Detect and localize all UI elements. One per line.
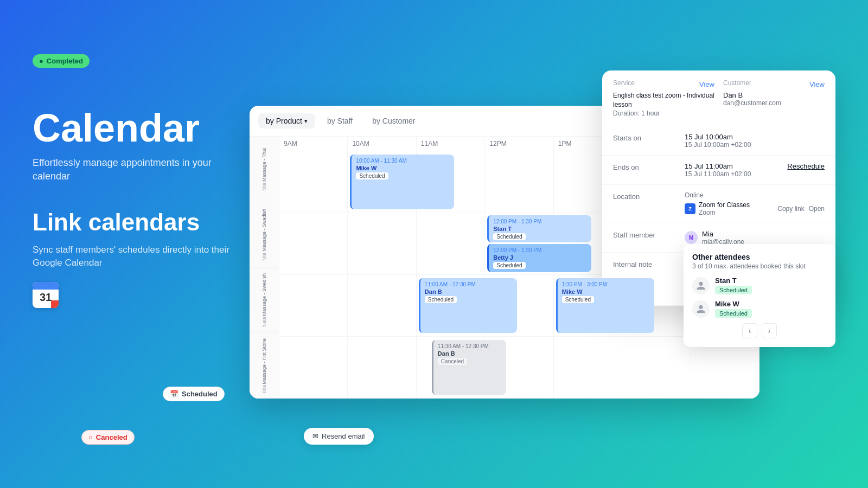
cell-r2-c3: 12:00 PM - 1:30 PM Stan T Scheduled 12:0… [485,213,553,274]
attendee-stan-avatar [692,277,710,294]
appt-mikew-status: Scheduled [562,296,594,303]
attendees-prev-button[interactable]: ‹ [742,323,757,338]
time-9am: 9AM [279,137,348,151]
customer-view-link[interactable]: View [809,80,825,88]
tab-by-staff[interactable]: by Staff [320,113,360,129]
appt-dan-hs-status: Canceled [438,358,467,365]
appt-dan-status: Scheduled [425,296,457,303]
resend-email-badge[interactable]: ✉ Resend email [304,428,374,445]
service-view-link[interactable]: View [699,80,714,88]
sidebar-row-4-sublabel: Mia [261,385,267,393]
cell-r3-c1 [348,275,416,336]
tab-by-customer[interactable]: by Customer [365,113,423,129]
location-label: Location [613,191,678,201]
calendar-sidebar: Massage - Thai Mia Massage - Swedish Mia… [250,137,279,399]
attendee-mike-name: Mike W [715,300,752,308]
attendee-stan-name: Stan T [715,277,752,285]
cell-r3-c2: 11:00 AM - 12:30 PM Dan B Scheduled [417,275,485,336]
starts-on-label: Starts on [613,133,678,142]
attendees-popup: Other attendees 3 of 10 max. attendees b… [684,244,835,347]
appt-betty-status: Scheduled [493,262,525,269]
copy-link-button[interactable]: Copy link [777,205,804,213]
cell-r2-c2 [417,213,485,274]
customer-label: Customer [723,79,751,87]
cancelled-badge: ○ Canceled [81,430,135,445]
appt-betty-swedish[interactable]: 12:00 PM - 1:30 PM Betty J Scheduled [487,244,591,273]
ends-on-row: Ends on 15 Jul 11:00am 15 Jul 11:00am +0… [602,156,835,185]
appt-dan-nata[interactable]: 11:00 AM - 12:30 PM Dan B Scheduled [419,278,517,333]
attendee-mike-info: Mike W Scheduled [715,300,752,318]
calendar-icon: 📅 [170,390,178,398]
appt-dan-name: Dan B [425,288,513,295]
appt-stan-swedish[interactable]: 12:00 PM - 1:30 PM Stan T Scheduled [487,215,591,242]
appt-mike-thai[interactable]: 10:00 AM - 11:30 AM Mike W Scheduled [350,155,454,209]
cell-r3-c0 [279,275,348,336]
reschedule-button[interactable]: Reschedule [787,162,825,170]
resend-email-label: Resend email [322,432,365,440]
attendees-next-button[interactable]: › [762,323,777,338]
appt-mikew-nata[interactable]: 1:30 PM - 3:00 PM Mike W Scheduled [556,278,654,333]
service-name: English class test zoom - Individual les… [613,91,714,110]
sidebar-row-1: Massage - Thai Mia [250,137,279,202]
tab-by-product[interactable]: by Product ▾ [258,113,315,129]
zoom-icon: Z [685,203,695,214]
zoom-sub: Zoom [699,209,750,216]
customer-col: Customer View Dan B dan@customer.com [723,79,825,117]
cell-r1-c1: 10:00 AM - 11:30 AM Mike W Scheduled [348,151,416,213]
appt-dan-hotstone[interactable]: 11:30 AM - 12:30 PM Dan B Canceled [432,340,506,395]
sidebar-row-1-sublabel: Mia [261,183,267,191]
zoom-action-btns: Copy link Open [777,205,825,213]
appt-betty-name: Betty J [493,254,586,261]
attendee-mike-avatar [692,300,710,318]
appt-stan-name: Stan T [493,226,586,232]
sidebar-row-1-label: Massage - Thai [261,148,267,182]
email-icon: ✉ [312,432,318,440]
time-11am: 11AM [417,137,485,151]
tab-by-product-label: by Product [266,117,302,125]
service-duration: Duration: 1 hour [613,110,714,117]
appt-dan-hs-time: 11:30 AM - 12:30 PM [438,343,502,349]
secondary-heading: Link calendars [33,209,239,235]
appt-mike-thai-time: 10:00 AM - 11:30 AM [356,158,449,164]
staff-info: Mia mia@cally.one [702,230,744,246]
scheduled-badge: 📅 Scheduled [163,387,225,401]
attendee-stan[interactable]: Stan T Scheduled [692,277,827,294]
attendees-title: Other attendees [692,253,827,261]
staff-value-col: M Mia mia@cally.one [685,230,825,246]
attendee-mike[interactable]: Mike W Scheduled [692,300,827,318]
starts-on-row: Starts on 15 Jul 10:00am 15 Jul 10:00am … [602,126,835,156]
cell-r2-c1 [348,213,416,274]
appt-mikew-time: 1:30 PM - 3:00 PM [562,281,650,287]
cell-r1-c0 [279,151,348,213]
attendee-mike-status: Scheduled [715,309,752,318]
time-12pm: 12PM [485,137,553,151]
cell-r4-c4 [554,337,622,398]
cell-r4-c1 [348,337,416,398]
sidebar-row-2: Massage - Swedish Mia [250,202,279,268]
time-10am: 10AM [348,137,416,151]
scheduled-badge-label: Scheduled [182,390,218,398]
sidebar-row-2-sublabel: Mia [261,253,267,261]
location-row: Location Online Z Zoom for Classes Zoom … [602,185,835,223]
cancelled-badge-label: Canceled [96,433,127,441]
customer-email: dan@customer.com [723,99,825,107]
appt-stan-status: Scheduled [493,233,525,240]
cell-r4-c0 [279,337,348,398]
ends-on-values: 15 Jul 11:00am 15 Jul 11:00am +02:00 [685,162,751,178]
chevron-down-icon: ▾ [304,118,308,125]
gcal-section: 31 [33,282,239,308]
main-heading: Calendar [33,108,239,147]
main-desc: Effortlessly manage appointments in your… [33,156,239,183]
internal-note-label: Internal note [613,259,678,268]
sidebar-row-3-label: Massage - Swedish [261,273,267,316]
cell-r1-c3 [485,151,553,213]
appt-mikew-name: Mike W [562,288,650,295]
attendees-subtitle: 3 of 10 max. attendees booked this slot [692,262,827,270]
zoom-service: Zoom for Classes [699,201,750,209]
staff-label: Staff member [613,230,678,239]
completed-badge: ● Completed [33,54,90,68]
location-type: Online [685,191,825,199]
attendee-stan-status: Scheduled [715,286,752,294]
open-link-button[interactable]: Open [809,205,825,213]
service-customer-section: Service View English class test zoom - I… [602,70,835,126]
